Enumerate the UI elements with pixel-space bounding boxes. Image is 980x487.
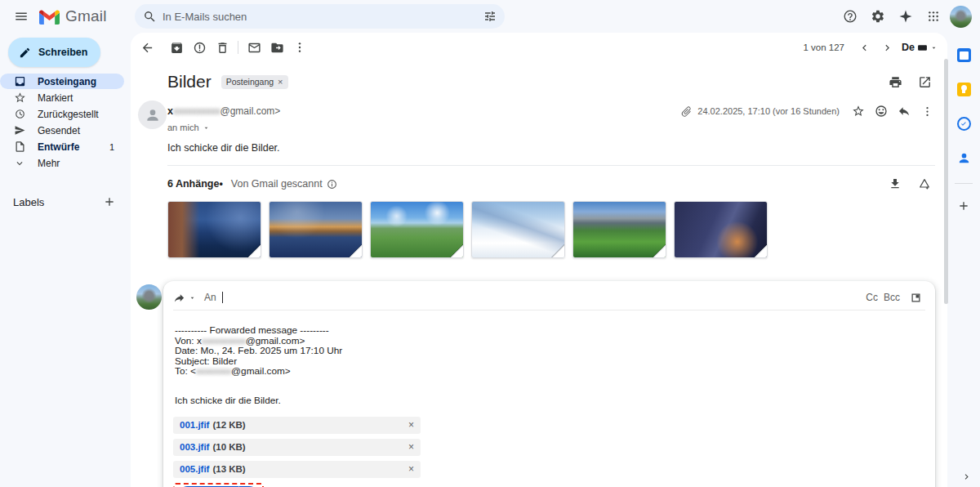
forward-icon — [173, 292, 185, 304]
attachment-chip[interactable]: 005.jfif (13 KB) × — [173, 461, 421, 478]
pencil-icon — [19, 47, 31, 59]
recipient-summary[interactable]: an mich — [167, 123, 947, 132]
compose-button[interactable]: Schreiben — [8, 38, 100, 67]
star-message-button[interactable] — [848, 101, 869, 122]
sidebar-nav: Posteingang Markiert Zurückgestellt Gese… — [0, 74, 131, 171]
reply-button[interactable] — [893, 101, 915, 122]
gemini-button[interactable] — [894, 5, 917, 28]
pagination-label: 1 von 127 — [804, 42, 845, 52]
attachment-chip[interactable]: 001.jfif (12 KB) × — [173, 417, 421, 434]
keep-button[interactable] — [951, 77, 976, 101]
sidebar-item-posteingang[interactable]: Posteingang — [0, 74, 124, 89]
pop-out-icon — [910, 292, 922, 304]
create-label-button[interactable] — [100, 192, 119, 212]
email-subject: Bilder — [167, 72, 212, 92]
sidebar-item-markiert[interactable]: Markiert — [0, 90, 124, 105]
older-button[interactable] — [875, 36, 898, 59]
back-arrow-icon — [140, 41, 154, 55]
add-to-drive-button[interactable] — [914, 173, 935, 194]
paperclip-icon — [680, 105, 693, 118]
left-sidebar: Schreiben Posteingang Markiert Zurückges… — [0, 33, 131, 487]
more-actions-button[interactable] — [288, 36, 311, 59]
envelope-icon — [247, 41, 261, 55]
apps-button[interactable] — [922, 5, 945, 28]
calendar-button[interactable] — [951, 42, 976, 67]
info-icon[interactable] — [327, 179, 337, 190]
remove-attachment-icon[interactable]: × — [408, 442, 414, 452]
gmail-m-icon — [39, 9, 60, 25]
cc-button[interactable]: Cc — [866, 292, 878, 303]
sidebar-item-zurueckgestellt[interactable]: Zurückgestellt — [0, 106, 124, 122]
star-outline-icon — [852, 105, 865, 118]
more-vert-icon — [921, 105, 933, 118]
contacts-button[interactable] — [951, 145, 976, 170]
plus-icon — [957, 199, 970, 212]
print-button[interactable] — [884, 70, 906, 93]
search-options-button[interactable] — [479, 5, 501, 28]
help-button[interactable] — [839, 5, 862, 28]
remove-attachment-icon[interactable]: × — [408, 464, 414, 474]
remove-attachment-icon[interactable]: × — [408, 420, 414, 430]
report-spam-button[interactable] — [188, 36, 211, 59]
newer-button[interactable] — [853, 36, 875, 59]
mark-unread-button[interactable] — [243, 36, 265, 59]
emoji-reaction-button[interactable] — [871, 101, 892, 122]
keep-icon — [957, 83, 971, 96]
download-all-button[interactable] — [884, 173, 906, 194]
subject-row: Bilder Posteingang × — [167, 70, 936, 93]
compose-card: An Cc Bcc ---------- Forwarded message -… — [163, 281, 935, 487]
move-to-button[interactable] — [265, 36, 288, 59]
attachment-chip[interactable]: 003.jfif (10 KB) × — [173, 439, 421, 456]
help-icon — [843, 9, 858, 24]
attachment-thumbnail-city-skyline-dusk[interactable] — [269, 201, 363, 258]
sidebar-item-entwuerfe[interactable]: Entwürfe 1 — [0, 139, 124, 154]
attachment-thumbnail-lakeside-village-night[interactable] — [674, 201, 768, 258]
input-tools-selector[interactable]: De — [902, 42, 938, 53]
hide-side-panel-button[interactable] — [961, 471, 972, 482]
message-type-selector[interactable] — [173, 292, 196, 304]
archive-button[interactable] — [165, 36, 188, 59]
sidebar-item-mehr[interactable]: Mehr — [0, 155, 124, 171]
compose-body-text[interactable]: Ich schicke dir die Bilder. — [175, 395, 925, 406]
attachment-thumbnail-dolomites-valley[interactable] — [572, 201, 666, 258]
label-chip-posteingang[interactable]: Posteingang × — [221, 75, 288, 89]
topbar: Gmail — [0, 0, 980, 33]
open-in-new-button[interactable] — [913, 70, 936, 93]
gmail-logo[interactable]: Gmail — [39, 7, 107, 25]
compose-label: Schreiben — [38, 47, 87, 58]
tasks-button[interactable] — [951, 111, 976, 136]
email-date: 24.02.2025, 17:10 (vor 16 Stunden) — [697, 106, 840, 116]
search-button[interactable] — [138, 5, 161, 28]
sidebar-item-gesendet[interactable]: Gesendet — [0, 123, 124, 138]
back-button[interactable] — [136, 36, 158, 59]
printer-icon — [889, 75, 902, 89]
hamburger-menu-icon — [14, 9, 29, 24]
email-body: Ich schicke dir die Bilder. — [167, 142, 936, 154]
settings-button[interactable] — [866, 5, 889, 28]
popout-button[interactable] — [906, 288, 925, 307]
plus-icon — [103, 195, 116, 208]
search-bar[interactable] — [135, 4, 505, 29]
labels-header: Labels — [13, 196, 44, 208]
drive-icon — [918, 177, 931, 190]
recipient-row[interactable]: An Cc Bcc — [173, 285, 925, 311]
search-input[interactable] — [161, 10, 479, 24]
main-menu-button[interactable] — [7, 2, 36, 31]
sender-avatar[interactable] — [138, 101, 167, 129]
attachment-thumbnail-snow-village-church[interactable] — [471, 201, 565, 258]
bcc-button[interactable]: Bcc — [884, 292, 900, 303]
search-icon — [143, 10, 157, 24]
message-more-button[interactable] — [916, 101, 938, 122]
compose-attachments: 001.jfif (12 KB) × 003.jfif (10 KB) × 00… — [173, 417, 925, 478]
attachment-thumbnail-city-canal-dusk[interactable] — [167, 201, 261, 258]
account-avatar[interactable] — [950, 6, 972, 28]
get-add-ons-button[interactable] — [951, 194, 976, 218]
remove-label-icon[interactable]: × — [278, 78, 283, 87]
forwarded-message-block[interactable]: ---------- Forwarded message --------- V… — [175, 325, 925, 377]
draft-icon — [13, 141, 26, 153]
tune-icon — [483, 10, 497, 23]
calendar-icon — [957, 48, 971, 62]
delete-button[interactable] — [211, 36, 234, 59]
type-caret-icon — [189, 294, 196, 302]
attachment-thumbnail-alpine-lake-house[interactable] — [370, 201, 464, 258]
